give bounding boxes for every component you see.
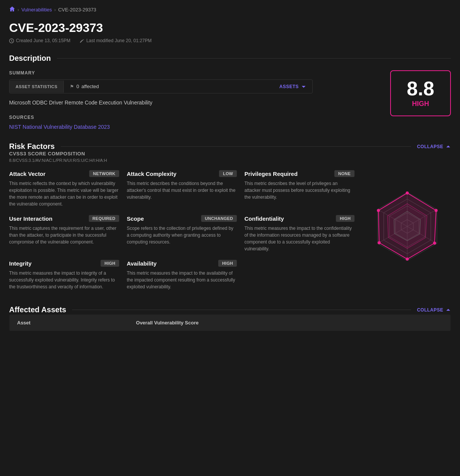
- cvss-composition-label: CVSS3 SCORE COMPOSITION: [9, 151, 451, 157]
- affected-collapse-button[interactable]: COLLAPSE: [417, 307, 451, 313]
- breadcrumb-vulnerabilities[interactable]: Vulnerabilities: [21, 7, 52, 13]
- svg-point-16: [378, 241, 381, 244]
- description-text: Microsoft ODBC Driver Remote Code Execut…: [9, 100, 378, 106]
- asset-affected-count: ⚑ 0 affected: [64, 80, 273, 93]
- risk-item-attack-vector: Attack Vector NETWORK This metric reflec…: [9, 170, 119, 207]
- flag-icon: ⚑: [70, 84, 74, 89]
- svg-point-17: [377, 209, 380, 212]
- score-number: 8.8: [407, 79, 434, 98]
- modified-date: Last modified June 20, 01:27PM: [79, 38, 151, 43]
- svg-point-12: [406, 191, 409, 195]
- score-badge-container: 8.8 HIGH: [390, 70, 451, 116]
- asset-stats-bar: ASSET STATISTICS ⚑ 0 affected ASSETS: [9, 79, 313, 93]
- sources-label: SOURCES: [9, 115, 378, 120]
- svg-point-13: [435, 209, 438, 212]
- score-badge: 8.8 HIGH: [390, 70, 451, 116]
- meta-row: Created June 13, 05:15PM Last modified J…: [9, 38, 451, 43]
- breadcrumb: › Vulnerabilities › CVE-2023-29373: [9, 6, 451, 13]
- risk-item-availability: Availability HIGH This metric measures t…: [127, 260, 237, 290]
- risk-collapse-button[interactable]: COLLAPSE: [417, 144, 451, 149]
- radar-chart-container: [364, 163, 451, 290]
- breadcrumb-separator2: ›: [54, 7, 56, 13]
- created-date: Created June 13, 05:15PM: [9, 38, 70, 43]
- risk-item-empty: [244, 260, 354, 290]
- table-header-score: Overall Vulnerability Score: [128, 315, 451, 331]
- risk-item-confidentiality: Confidentiality HIGH This metric measure…: [244, 215, 354, 252]
- description-divider: [57, 58, 451, 59]
- nist-link[interactable]: NIST National Vulnerability Database 202…: [9, 124, 110, 130]
- risk-factors-grid: Attack Vector NETWORK This metric reflec…: [9, 170, 354, 290]
- risk-item-integrity: Integrity HIGH This metric measures the …: [9, 260, 119, 290]
- assets-table: Asset Overall Vulnerability Score: [9, 314, 451, 331]
- description-section-header: Description: [9, 54, 451, 63]
- svg-point-14: [433, 242, 436, 245]
- affected-assets-section: Affected Assets COLLAPSE Asset Overall V…: [9, 305, 451, 331]
- page-title: CVE-2023-29373: [9, 21, 451, 35]
- breadcrumb-separator: ›: [17, 7, 19, 13]
- affected-section-header: Affected Assets COLLAPSE: [9, 305, 451, 314]
- svg-point-15: [406, 258, 409, 261]
- affected-divider: [72, 310, 411, 310]
- risk-item-attack-complexity: Attack Complexity LOW This metric descri…: [127, 170, 237, 207]
- asset-statistics-tab: ASSET STATISTICS: [9, 81, 64, 93]
- description-title: Description: [9, 54, 51, 63]
- summary-label: SUMMARY: [9, 70, 378, 76]
- affected-assets-title: Affected Assets: [9, 305, 66, 314]
- risk-section-header: Risk Factors COLLAPSE: [9, 142, 451, 151]
- radar-chart: [365, 185, 449, 268]
- risk-divider: [61, 146, 411, 147]
- risk-factors-section: Risk Factors COLLAPSE CVSS3 SCORE COMPOS…: [9, 142, 451, 290]
- table-header-asset: Asset: [9, 315, 129, 331]
- risk-item-privileges-required: Privileges Required NONE This metric des…: [244, 170, 354, 207]
- score-label: HIGH: [412, 100, 429, 108]
- home-icon[interactable]: [9, 6, 15, 13]
- sources-section: SOURCES NIST National Vulnerability Data…: [9, 115, 378, 130]
- cvss-vector: 8.8/CVSS:3.1/AV:N/AC:L/PR:N/UI:R/S:U/C:H…: [9, 158, 451, 163]
- risk-factors-grid-container: Attack Vector NETWORK This metric reflec…: [9, 170, 354, 290]
- assets-button[interactable]: ASSETS: [273, 80, 312, 93]
- risk-item-scope: Scope UNCHANGED Scope refers to the coll…: [127, 215, 237, 252]
- breadcrumb-current: CVE-2023-29373: [58, 7, 96, 13]
- risk-item-user-interaction: User Interaction REQUIRED This metric ca…: [9, 215, 119, 252]
- risk-factors-title: Risk Factors: [9, 142, 55, 151]
- table-header-row: Asset Overall Vulnerability Score: [9, 315, 451, 331]
